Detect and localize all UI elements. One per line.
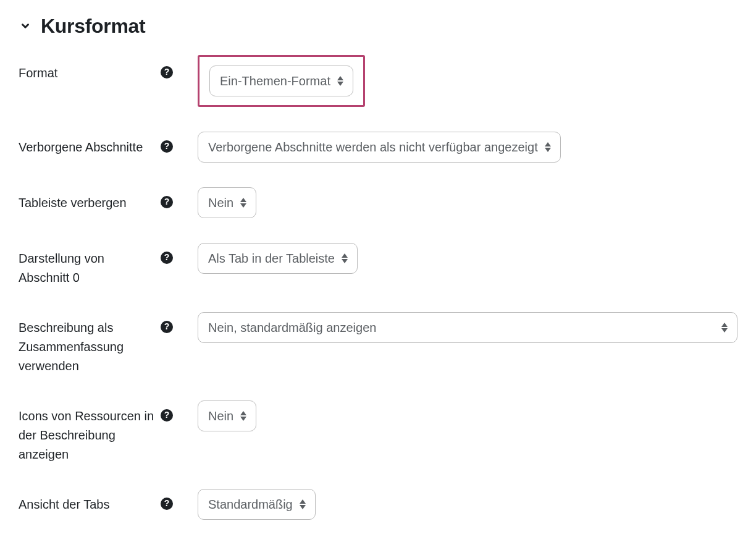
select-value: Standardmäßig xyxy=(208,496,293,513)
section-header: Kursformat xyxy=(19,12,737,40)
label-tab-view: Ansicht der Tabs xyxy=(19,495,115,514)
select-value: Nein xyxy=(208,194,233,211)
help-icon[interactable]: ? xyxy=(161,66,173,78)
row-description-summary: Beschreibung als Zusammenfassung verwend… xyxy=(19,312,737,376)
svg-marker-0 xyxy=(337,76,343,80)
sort-icon xyxy=(337,76,344,86)
select-section0-display[interactable]: Als Tab in der Tableiste xyxy=(198,243,358,274)
sort-icon xyxy=(341,253,348,263)
label-format: Format xyxy=(19,64,62,83)
section-title: Kursformat xyxy=(41,12,145,40)
svg-marker-8 xyxy=(721,323,728,327)
help-icon[interactable]: ? xyxy=(161,252,173,264)
sort-icon xyxy=(721,323,728,333)
svg-marker-12 xyxy=(300,499,306,504)
select-format[interactable]: Ein-Themen-Format xyxy=(209,66,353,96)
row-hidden-sections: Verborgene Abschnitte ? Verborgene Absch… xyxy=(19,132,737,163)
label-hidden-sections: Verborgene Abschnitte xyxy=(19,138,148,157)
svg-marker-5 xyxy=(240,203,246,208)
help-icon[interactable]: ? xyxy=(161,196,173,208)
sort-icon xyxy=(240,411,247,421)
row-resource-icons: Icons von Ressourcen in der Beschreibung… xyxy=(19,400,737,464)
help-icon[interactable]: ? xyxy=(161,321,173,333)
label-resource-icons: Icons von Ressourcen in der Beschreibung… xyxy=(19,407,161,464)
help-icon[interactable]: ? xyxy=(161,498,173,510)
svg-marker-3 xyxy=(545,148,551,152)
select-hidden-sections[interactable]: Verborgene Abschnitte werden als nicht v… xyxy=(198,132,561,163)
select-tab-view[interactable]: Standardmäßig xyxy=(198,489,316,520)
row-hide-tabbar: Tableiste verbergen ? Nein xyxy=(19,187,737,218)
label-description-summary: Beschreibung als Zusammenfassung verwend… xyxy=(19,318,161,376)
svg-marker-2 xyxy=(545,142,551,146)
highlight-box: Ein-Themen-Format xyxy=(198,55,365,107)
select-value: Nein, standardmäßig anzeigen xyxy=(208,319,376,336)
svg-marker-10 xyxy=(240,411,246,415)
select-description-summary[interactable]: Nein, standardmäßig anzeigen xyxy=(198,312,737,343)
row-section0-display: Darstellung von Abschnitt 0 ? Als Tab in… xyxy=(19,243,737,287)
select-value: Verborgene Abschnitte werden als nicht v… xyxy=(208,138,538,156)
svg-marker-4 xyxy=(240,198,246,202)
select-value: Ein-Themen-Format xyxy=(220,72,330,90)
help-icon[interactable]: ? xyxy=(161,409,173,422)
svg-marker-1 xyxy=(337,82,343,86)
chevron-down-icon[interactable] xyxy=(19,19,32,33)
row-tab-view: Ansicht der Tabs ? Standardmäßig xyxy=(19,489,737,520)
svg-marker-13 xyxy=(300,505,306,509)
label-hide-tabbar: Tableiste verbergen xyxy=(19,193,132,213)
svg-marker-11 xyxy=(240,417,246,421)
select-resource-icons[interactable]: Nein xyxy=(198,400,256,431)
help-icon[interactable]: ? xyxy=(161,140,173,153)
label-section0-display: Darstellung von Abschnitt 0 xyxy=(19,249,161,287)
row-format: Format ? Ein-Themen-Format xyxy=(19,57,737,107)
sort-icon xyxy=(544,142,552,152)
svg-marker-6 xyxy=(342,253,348,258)
select-value: Nein xyxy=(208,407,233,425)
svg-marker-9 xyxy=(721,328,728,333)
select-value: Als Tab in der Tableiste xyxy=(208,250,335,267)
svg-marker-7 xyxy=(342,259,348,263)
sort-icon xyxy=(240,198,247,208)
sort-icon xyxy=(299,499,306,509)
select-hide-tabbar[interactable]: Nein xyxy=(198,187,256,218)
